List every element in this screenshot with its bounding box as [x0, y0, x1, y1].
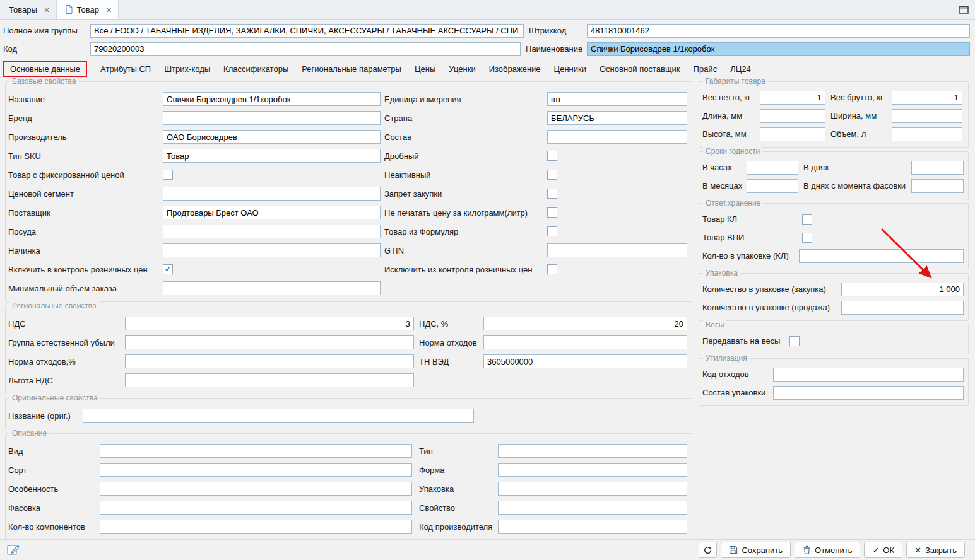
qty-in-package-sale-input[interactable]: [841, 301, 964, 315]
inactive-checkbox[interactable]: [547, 170, 557, 180]
tab-barcodes[interactable]: Штрих-коды: [164, 64, 210, 74]
min-order-volume-input[interactable]: [163, 281, 381, 295]
package-input[interactable]: [498, 482, 687, 496]
window-tab-product[interactable]: Товар ×: [57, 0, 119, 19]
original-name-input[interactable]: [83, 409, 474, 423]
window-tab-products[interactable]: Товары ×: [0, 0, 57, 19]
cancel-button[interactable]: Отменить: [795, 542, 860, 558]
waste-norm-percent-input[interactable]: [125, 354, 414, 368]
ok-button[interactable]: ✓ ОК: [864, 542, 902, 558]
tab-regional-params[interactable]: Региональные параметры: [302, 64, 401, 74]
field-label: Сорт: [8, 465, 100, 475]
waste-code-input[interactable]: [773, 368, 964, 382]
tab-sp-attributes[interactable]: Атрибуты СП: [100, 64, 151, 74]
fixed-price-checkbox[interactable]: [163, 170, 173, 180]
document-icon: [66, 5, 73, 14]
refresh-button[interactable]: [699, 542, 717, 558]
nds-percent-input[interactable]: [483, 317, 687, 330]
field-label: Фасовка: [8, 503, 100, 513]
shelf-hours-input[interactable]: [747, 161, 798, 175]
sku-type-input[interactable]: [163, 149, 381, 163]
country-input[interactable]: [547, 111, 687, 125]
shelf-months-input[interactable]: [747, 179, 798, 193]
package-content-input[interactable]: [773, 386, 964, 400]
manufacturer-input[interactable]: [163, 130, 381, 144]
purchase-ban-checkbox[interactable]: [547, 189, 557, 199]
save-button[interactable]: Сохранить: [721, 542, 791, 558]
net-weight-input[interactable]: [760, 91, 825, 105]
length-input[interactable]: [760, 109, 825, 123]
packing-input[interactable]: [100, 501, 412, 515]
field-label: Количество в упаковке (закупка): [702, 284, 841, 294]
tab-markdowns[interactable]: Уценки: [449, 64, 475, 74]
price-segment-input[interactable]: [163, 187, 381, 201]
nds-benefit-input[interactable]: [125, 373, 414, 387]
type-input[interactable]: [498, 444, 687, 458]
shelf-days-input[interactable]: [911, 161, 964, 175]
tovar-vpi-checkbox[interactable]: [802, 233, 812, 243]
qty-in-package-purchase-input[interactable]: [841, 283, 964, 296]
tab-main-supplier[interactable]: Основной поставщик: [600, 64, 680, 74]
height-input[interactable]: [760, 127, 825, 141]
refresh-icon: [703, 545, 712, 555]
tn-ved-input[interactable]: [483, 354, 687, 368]
from-formular-checkbox[interactable]: [547, 226, 557, 236]
gross-weight-input[interactable]: [892, 91, 962, 105]
property-input[interactable]: [498, 501, 687, 515]
exclude-price-control-checkbox[interactable]: [547, 264, 557, 274]
send-to-scales-checkbox[interactable]: [789, 336, 800, 346]
save-button-label: Сохранить: [742, 545, 783, 555]
field-label: Товар из Формуляр: [384, 227, 547, 236]
brand-input[interactable]: [163, 111, 381, 125]
window-restore-icon[interactable]: [959, 6, 969, 14]
include-price-control-checkbox[interactable]: ✓: [163, 264, 173, 274]
sort-input[interactable]: [100, 463, 412, 477]
field-label: Исключить из контроля розничных цен: [384, 265, 547, 274]
tab-close-icon[interactable]: ×: [106, 5, 112, 15]
tab-price-tags[interactable]: Ценники: [554, 64, 586, 74]
components-input[interactable]: [100, 520, 412, 534]
kind-input[interactable]: [100, 444, 412, 458]
tab-classifiers[interactable]: Классификаторы: [223, 64, 288, 74]
dishware-input[interactable]: [163, 225, 381, 238]
tab-lc24[interactable]: ЛЦ24: [730, 64, 751, 74]
shelf-days-packed-input[interactable]: [911, 179, 964, 193]
fractional-checkbox[interactable]: [547, 151, 557, 161]
name-input[interactable]: [163, 92, 381, 106]
nds-input[interactable]: [125, 317, 414, 330]
barcode-input[interactable]: [587, 24, 970, 38]
tovar-kl-checkbox[interactable]: [802, 214, 812, 225]
tab-prices[interactable]: Цены: [415, 64, 435, 74]
tab-price-list[interactable]: Прайс: [694, 64, 718, 74]
edit-button[interactable]: [5, 542, 21, 558]
group-name-input[interactable]: [90, 24, 524, 38]
width-input[interactable]: [892, 109, 962, 123]
feature-input[interactable]: [100, 482, 412, 496]
field-label: Норма отходов: [419, 338, 483, 347]
field-label: Поставщик: [8, 208, 163, 218]
gtin-input[interactable]: [547, 243, 687, 257]
tab-main-data[interactable]: Основные данные: [3, 61, 87, 77]
section-tabbar: Основные данные Атрибуты СП Штрих-коды К…: [0, 60, 975, 78]
manufacturer-code-input[interactable]: [498, 520, 687, 534]
code-input[interactable]: [90, 42, 521, 56]
tab-image[interactable]: Изображение: [489, 64, 541, 74]
check-icon: ✓: [872, 546, 879, 554]
close-button[interactable]: ✕ Закрыть: [906, 542, 965, 558]
tab-close-icon[interactable]: ×: [44, 5, 50, 15]
product-name-input[interactable]: [587, 42, 970, 56]
loss-group-input[interactable]: [125, 335, 414, 349]
unit-input[interactable]: [547, 92, 687, 106]
field-label: Начинка: [8, 246, 163, 255]
composition-input[interactable]: [547, 130, 687, 144]
waste-norm-input[interactable]: [483, 335, 687, 349]
no-price-per-kg-checkbox[interactable]: [547, 207, 557, 218]
filling-input[interactable]: [163, 243, 381, 257]
group-legend: Габариты товара: [703, 78, 768, 86]
volume-input[interactable]: [892, 127, 962, 141]
qty-in-package-kl-input[interactable]: [799, 249, 964, 263]
field-label: Ценовой сегмент: [8, 189, 163, 199]
field-label: В днях с момента фасовки: [803, 181, 911, 190]
supplier-input[interactable]: [163, 206, 381, 219]
form-input[interactable]: [498, 463, 687, 477]
